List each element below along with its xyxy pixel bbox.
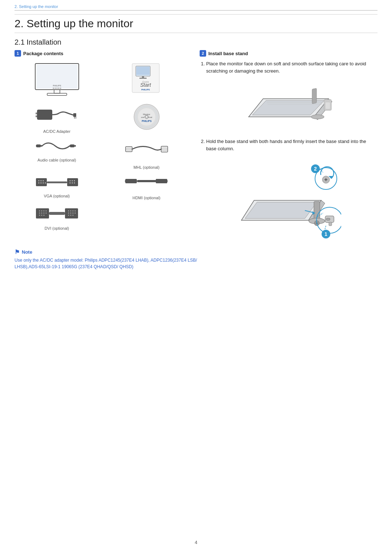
package-contents-label: 1 Package contents — [15, 50, 189, 57]
svg-rect-88 — [312, 89, 317, 104]
svg-point-81 — [74, 213, 75, 214]
svg-marker-57 — [125, 179, 137, 183]
install-base-label: 2 Install base stand — [200, 50, 377, 57]
install-base-text: Install base stand — [208, 51, 248, 56]
svg-rect-60 — [36, 208, 49, 218]
mhl-label: MHL (optional) — [134, 165, 160, 169]
svg-text:PHILIPS: PHILIPS — [141, 89, 150, 91]
svg-point-74 — [68, 210, 69, 212]
svg-point-78 — [68, 213, 69, 214]
svg-marker-95 — [245, 202, 317, 218]
svg-point-64 — [45, 210, 46, 212]
svg-point-46 — [40, 183, 41, 184]
audio-label: Audio cable (optional) — [37, 158, 76, 162]
svg-point-80 — [72, 213, 73, 214]
vga-icon — [35, 172, 79, 192]
svg-point-69 — [39, 215, 40, 216]
svg-text:PHILIPS: PHILIPS — [53, 85, 61, 87]
svg-text:2: 2 — [314, 166, 317, 172]
svg-rect-38 — [126, 148, 131, 151]
svg-point-8 — [58, 88, 59, 89]
svg-rect-3 — [47, 93, 67, 95]
svg-point-43 — [40, 180, 41, 181]
install-step-1: Place the monitor face down on soft and … — [206, 60, 377, 75]
svg-rect-36 — [75, 145, 76, 147]
svg-point-68 — [45, 213, 46, 214]
svg-point-83 — [70, 215, 71, 216]
hdmi-icon — [125, 172, 168, 194]
svg-rect-20 — [74, 117, 75, 119]
vga-label: VGA (optional) — [44, 194, 70, 198]
quickstart-icon: Quick Start PHILIPS — [128, 62, 165, 94]
audio-cable-icon — [35, 136, 79, 156]
svg-rect-35 — [70, 144, 75, 147]
svg-rect-2 — [54, 90, 60, 93]
svg-line-117 — [325, 226, 326, 229]
svg-text:Start: Start — [140, 82, 151, 88]
package-contents-text: Package contents — [23, 51, 64, 56]
mhl-icon — [125, 136, 168, 164]
svg-point-66 — [41, 213, 42, 214]
svg-point-89 — [311, 115, 324, 119]
svg-point-9 — [60, 88, 61, 89]
svg-rect-93 — [326, 102, 330, 109]
install-steps-2: Hold the base stand with both hands and … — [200, 138, 377, 152]
package-grid: PHILIPS — [15, 62, 189, 230]
svg-rect-33 — [36, 144, 41, 147]
section-title: 2.1 Installation — [15, 33, 377, 50]
page-title: 2. Setting up the monitor — [15, 14, 377, 33]
svg-text:1: 1 — [324, 231, 327, 237]
cd-icon: Monitor user's manual PHILIPS — [132, 102, 161, 131]
svg-rect-58 — [137, 180, 156, 182]
svg-point-45 — [38, 183, 39, 184]
svg-point-70 — [41, 215, 42, 216]
svg-text:PHILIPS: PHILIPS — [142, 120, 152, 122]
dvi-label: DVI (optional) — [45, 226, 69, 230]
package-item-hdmi: HDMI (optional) — [104, 172, 189, 200]
svg-point-79 — [70, 213, 71, 214]
svg-rect-21 — [75, 117, 76, 119]
svg-point-6 — [54, 88, 56, 89]
svg-point-30 — [146, 116, 147, 118]
svg-point-56 — [74, 183, 75, 184]
svg-point-47 — [42, 183, 44, 184]
svg-point-77 — [74, 210, 75, 212]
svg-point-55 — [72, 183, 73, 184]
svg-point-63 — [43, 210, 44, 212]
svg-rect-73 — [65, 208, 78, 218]
svg-point-61 — [39, 210, 40, 212]
note-icon: ⚑ — [15, 249, 20, 255]
package-item-vga: VGA (optional) — [15, 172, 99, 200]
svg-point-52 — [72, 180, 73, 181]
dvi-icon — [35, 203, 79, 225]
base-attach-illustration: 2 1 — [236, 159, 341, 242]
svg-point-48 — [45, 183, 46, 184]
monitor-facedown-illustration — [241, 81, 336, 131]
svg-point-7 — [56, 88, 57, 89]
svg-rect-113 — [329, 222, 332, 226]
acdc-label: AC/DC Adapter — [43, 129, 70, 134]
note-title-text: Note — [22, 249, 32, 255]
svg-rect-112 — [326, 218, 330, 220]
svg-point-42 — [38, 180, 39, 181]
svg-point-71 — [43, 215, 44, 216]
package-item-monitor: PHILIPS — [15, 62, 99, 99]
breadcrumb: 2. Setting up the monitor — [0, 0, 392, 10]
svg-rect-50 — [67, 178, 78, 186]
package-item-quickstart: Quick Start PHILIPS — [104, 62, 189, 99]
svg-rect-49 — [47, 181, 67, 183]
svg-point-84 — [72, 215, 73, 216]
svg-rect-14 — [139, 78, 147, 79]
right-column: 2 Install base stand Place the monitor f… — [196, 50, 377, 242]
svg-point-82 — [68, 215, 69, 216]
svg-point-54 — [69, 183, 70, 184]
step-badge-1: 1 — [15, 50, 21, 57]
monitor-icon: PHILIPS — [33, 62, 81, 98]
svg-rect-72 — [49, 212, 65, 215]
svg-point-51 — [69, 180, 70, 181]
note-title: ⚑ Note — [15, 249, 203, 255]
svg-rect-41 — [36, 178, 47, 186]
svg-rect-19 — [73, 113, 76, 117]
package-item-cd: Monitor user's manual PHILIPS — [104, 102, 189, 134]
svg-point-65 — [39, 213, 40, 214]
